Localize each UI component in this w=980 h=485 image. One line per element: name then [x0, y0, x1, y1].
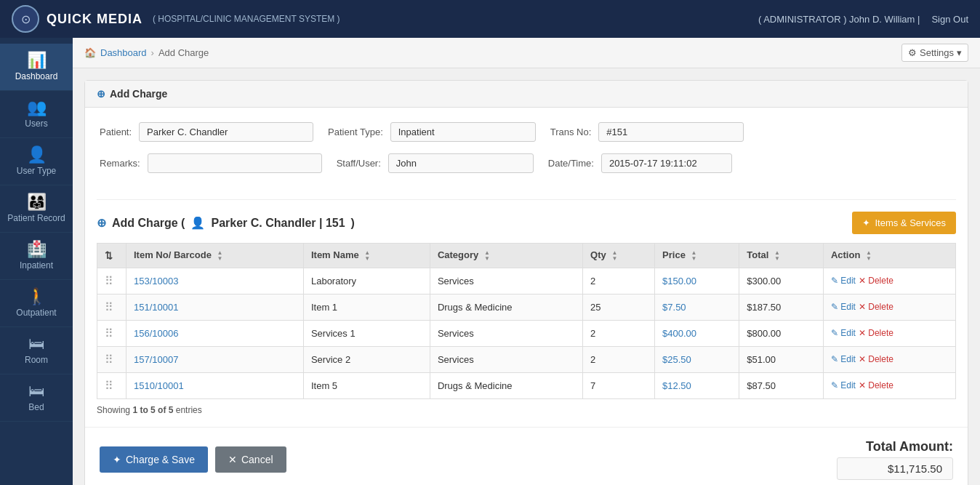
action-buttons: ✎ Edit ✕ Delete	[831, 302, 948, 312]
top-navigation: ⊙ QUICK MEDIA ( HOSPITAL/CLINIC MANAGEME…	[0, 0, 980, 38]
sidebar-label-patient-record: Patient Record	[7, 213, 65, 223]
items-services-label: Items & Services	[875, 217, 946, 228]
sidebar-item-patient-record[interactable]: 👨‍👩‍👧 Patient Record	[0, 185, 73, 233]
users-icon: 👥	[27, 100, 47, 116]
category-cell: Services	[430, 268, 582, 294]
sidebar: 📊 Dashboard 👥 Users 👤 User Type 👨‍👩‍👧 Pa…	[0, 38, 73, 485]
price-cell: $25.50	[655, 346, 739, 372]
cancel-button[interactable]: ✕ Cancel	[215, 446, 286, 473]
sidebar-item-dashboard[interactable]: 📊 Dashboard	[0, 44, 73, 91]
delete-button[interactable]: ✕ Delete	[859, 380, 893, 390]
drag-handle-icon[interactable]: ⠿	[105, 353, 113, 366]
patient-type-input[interactable]	[390, 122, 536, 142]
item-no-link[interactable]: 153/10003	[134, 276, 178, 286]
price-cell: $12.50	[655, 372, 739, 398]
drag-handle-icon[interactable]: ⠿	[105, 380, 113, 392]
patient-input[interactable]	[139, 122, 313, 142]
charge-form: Patient: Patient Type: Trans No:	[85, 108, 968, 199]
person-icon: 👤	[190, 216, 205, 230]
sidebar-item-room[interactable]: 🛏 Room	[0, 327, 73, 374]
patient-label: Patient:	[100, 127, 132, 137]
item-no-link[interactable]: 151/10001	[134, 302, 178, 313]
edit-button[interactable]: ✎ Edit	[831, 328, 856, 338]
qty-cell: 2	[583, 320, 655, 346]
item-no-link[interactable]: 156/10006	[134, 328, 178, 339]
item-no-cell: 151/10001	[126, 294, 304, 320]
plus-circle-icon: ⊕	[97, 216, 106, 230]
qty-cell: 2	[583, 268, 655, 294]
sidebar-item-bed[interactable]: 🛏 Bed	[0, 374, 73, 422]
action-cell: ✎ Edit ✕ Delete	[823, 268, 955, 294]
delete-button[interactable]: ✕ Delete	[859, 354, 893, 364]
col-category[interactable]: Category ▲▼	[430, 244, 582, 268]
footer-section: ✦ Charge & Save ✕ Cancel Total Amount: $…	[85, 427, 968, 485]
staff-input[interactable]	[388, 153, 534, 173]
sidebar-item-users[interactable]: 👥 Users	[0, 91, 73, 138]
item-no-link[interactable]: 1510/10001	[134, 380, 184, 391]
drag-handle-icon[interactable]: ⠿	[105, 327, 113, 340]
drag-handle-icon[interactable]: ⠿	[105, 275, 113, 287]
plus-icon: ⊕	[97, 88, 105, 100]
sort-icons-price: ▲▼	[691, 250, 697, 262]
col-category-label: Category	[438, 249, 478, 260]
col-qty[interactable]: Qty ▲▼	[583, 244, 655, 268]
staff-label: Staff/User:	[337, 158, 381, 169]
settings-button[interactable]: ⚙ Settings ▾	[901, 44, 968, 62]
charges-table: ⇅ Item No/ Barcode ▲▼ Item Name ▲▼	[97, 243, 956, 399]
inpatient-icon: 🏥	[27, 241, 47, 257]
category-cell: Services	[430, 320, 582, 346]
charge-save-button[interactable]: ✦ Charge & Save	[100, 446, 208, 473]
sort-icons-action: ▲▼	[866, 250, 872, 262]
edit-button[interactable]: ✎ Edit	[831, 354, 856, 364]
edit-button[interactable]: ✎ Edit	[831, 302, 856, 312]
item-name-cell: Item 5	[303, 372, 430, 398]
sidebar-label-room: Room	[25, 355, 48, 365]
edit-button[interactable]: ✎ Edit	[831, 380, 856, 390]
edit-button[interactable]: ✎ Edit	[831, 276, 856, 286]
delete-button[interactable]: ✕ Delete	[859, 328, 893, 338]
col-item-name[interactable]: Item Name ▲▼	[303, 244, 430, 268]
sidebar-label-outpatient: Outpatient	[16, 308, 56, 318]
col-total[interactable]: Total ▲▼	[739, 244, 824, 268]
app-name: QUICK MEDIA	[47, 12, 142, 27]
col-price[interactable]: Price ▲▼	[655, 244, 739, 268]
breadcrumb-current: Add Charge	[158, 47, 209, 58]
logo-area: ⊙ QUICK MEDIA ( HOSPITAL/CLINIC MANAGEME…	[12, 5, 340, 33]
drag-handle-icon[interactable]: ⠿	[105, 301, 113, 313]
sidebar-item-user-type[interactable]: 👤 User Type	[0, 138, 73, 185]
price-cell: $7.50	[655, 294, 739, 320]
item-no-cell: 1510/10001	[126, 372, 304, 398]
col-action[interactable]: Action ▲▼	[823, 244, 955, 268]
qty-cell: 7	[583, 372, 655, 398]
table-title-text: Add Charge (	[112, 217, 185, 230]
breadcrumb-dashboard[interactable]: Dashboard	[100, 47, 147, 58]
item-no-link[interactable]: 157/10007	[134, 354, 178, 365]
delete-button[interactable]: ✕ Delete	[859, 276, 893, 286]
price-cell: $150.00	[655, 268, 739, 294]
total-section: Total Amount: $11,715.50	[837, 439, 953, 480]
form-row-2: Remarks: Staff/User: Date/Time:	[100, 153, 953, 173]
sidebar-label-bed: Bed	[28, 402, 44, 412]
drag-cell: ⠿	[97, 346, 126, 372]
trans-no-input[interactable]	[598, 122, 744, 142]
patient-type-label: Patient Type:	[328, 127, 383, 137]
items-services-button[interactable]: ✦ Items & Services	[852, 212, 956, 234]
main-card: ⊕ Add Charge Patient: Patient Type:	[84, 80, 968, 485]
action-cell: ✎ Edit ✕ Delete	[823, 346, 955, 372]
sidebar-item-outpatient[interactable]: 🚶 Outpatient	[0, 280, 73, 327]
total-amount-value: $11,715.50	[837, 457, 953, 480]
item-name-cell: Laboratory	[303, 268, 430, 294]
col-item-no[interactable]: Item No/ Barcode ▲▼	[126, 244, 304, 268]
signout-link[interactable]: Sign Out	[931, 14, 968, 25]
col-item-name-label: Item Name	[311, 249, 359, 260]
remarks-group: Remarks:	[100, 153, 322, 173]
item-name-cell: Service 2	[303, 346, 430, 372]
datetime-input[interactable]	[601, 153, 732, 173]
total-cell: $300.00	[739, 268, 824, 294]
sidebar-item-inpatient[interactable]: 🏥 Inpatient	[0, 233, 73, 280]
bed-icon: 🛏	[28, 383, 44, 399]
chevron-down-icon: ▾	[957, 47, 962, 58]
remarks-input[interactable]	[148, 153, 322, 173]
delete-button[interactable]: ✕ Delete	[859, 302, 893, 312]
card-title: Add Charge	[110, 88, 167, 100]
